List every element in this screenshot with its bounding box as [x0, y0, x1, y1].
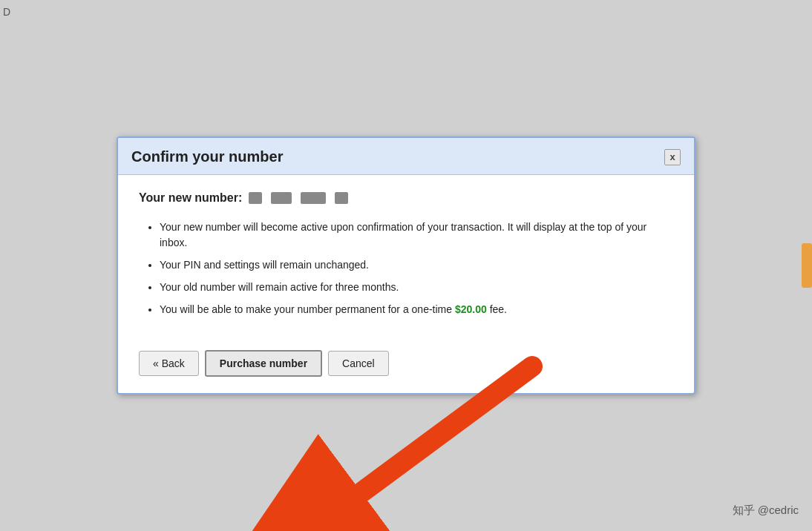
list-item-3: Your old number will remain active for t… — [160, 280, 673, 294]
confirm-dialog: Confirm your number x Your new number: Y… — [117, 136, 695, 394]
new-number-row: Your new number: — [139, 191, 673, 205]
new-number-label: Your new number: — [139, 191, 242, 205]
dialog-title: Confirm your number — [131, 148, 283, 165]
number-block-1 — [249, 192, 262, 204]
cancel-button[interactable]: Cancel — [328, 351, 389, 376]
info-list: Your new number will become active upon … — [139, 220, 673, 317]
dialog-body: Your new number: Your new number will be… — [118, 175, 694, 349]
dialog-header: Confirm your number x — [118, 138, 694, 175]
scrollbar-indicator[interactable] — [802, 243, 812, 288]
list-item-1: Your new number will become active upon … — [160, 220, 673, 250]
close-button[interactable]: x — [664, 149, 681, 165]
number-block-2 — [271, 192, 292, 204]
top-left-letter: D — [3, 6, 10, 18]
dialog-footer: « Back Purchase number Cancel — [118, 350, 694, 393]
number-block-4 — [335, 192, 348, 204]
dialog-wrapper: Confirm your number x Your new number: Y… — [117, 136, 695, 394]
back-button[interactable]: « Back — [139, 351, 199, 376]
watermark: 知乎 @cedric — [733, 504, 799, 518]
number-block-3 — [301, 192, 326, 204]
price-highlight: $20.00 — [455, 303, 487, 315]
list-item-2: Your PIN and settings will remain unchan… — [160, 257, 673, 272]
list-item-4: You will be able to make your number per… — [160, 302, 673, 317]
purchase-button[interactable]: Purchase number — [205, 350, 322, 377]
